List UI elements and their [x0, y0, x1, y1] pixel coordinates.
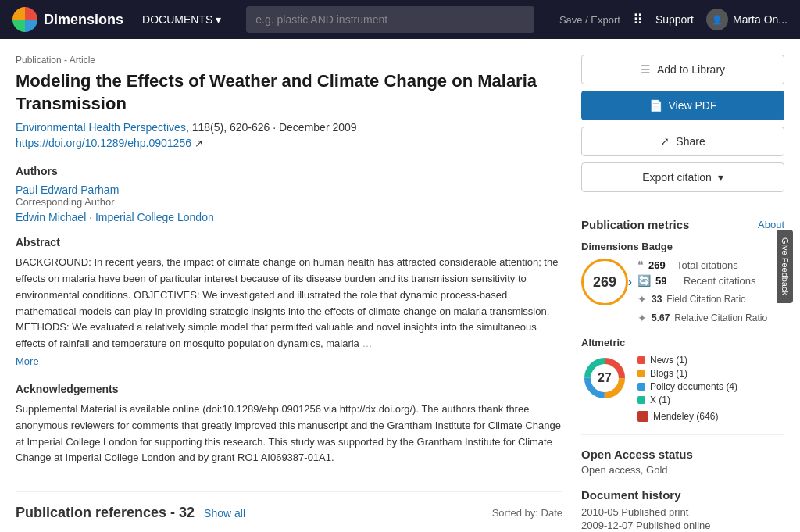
altmetric-donut-num: 27 — [598, 371, 612, 385]
quote-icon: ❝ — [638, 259, 644, 271]
dimensions-badge-section: Dimensions Badge 269 › ❝ 269 Total citat… — [581, 241, 784, 324]
header: Dimensions DOCUMENTS ▾ Save / Export ⠿ S… — [0, 0, 800, 39]
policy-color-dot — [638, 383, 645, 391]
avatar: 👤 — [706, 9, 728, 30]
journal-meta-text: , 118(5), 620-626 · December 2009 — [186, 121, 357, 134]
badge-row: 269 › ❝ 269 Total citations 🔄 59 Recent … — [581, 259, 784, 324]
mendeley-icon — [638, 411, 648, 422]
abstract-section: Abstract BACKGROUND: In recent years, th… — [16, 236, 562, 367]
doi-link[interactable]: https://doi.org/10.1289/ehp.0901256 — [16, 137, 191, 149]
altmetric-details: News (1) Blogs (1) Policy documents (4) … — [638, 355, 738, 422]
badge-number: 269 — [593, 274, 616, 291]
pdf-sidebar-icon: 📄 — [649, 99, 662, 112]
dimensions-badge-label: Dimensions Badge — [581, 241, 784, 252]
view-pdf-label: View PDF — [669, 99, 717, 112]
content-area: Publication - Article Modeling the Effec… — [16, 55, 562, 532]
field-icon: ✦ — [638, 293, 647, 305]
ack-label: Acknowledgements — [16, 383, 562, 395]
chevron-down-icon: ▾ — [718, 171, 723, 184]
sidebar-divider — [581, 205, 784, 205]
user-area[interactable]: 👤 Marta On... — [706, 9, 788, 30]
author-affil-link-1[interactable]: Imperial College London — [95, 211, 214, 223]
logo-area: Dimensions — [12, 7, 123, 32]
share-button[interactable]: ⤢ Share — [581, 127, 784, 156]
doc-history-item-0: 2010-05 Published print — [581, 506, 784, 518]
altmetric-donut: 27 — [581, 355, 628, 402]
feedback-tab[interactable]: Give Feedback — [777, 230, 793, 303]
add-to-library-sidebar-button[interactable]: ☰ Add to Library — [581, 55, 784, 84]
relative-icon: ✦ — [638, 312, 647, 324]
recent-citations-num: 59 — [655, 275, 679, 287]
journal-link[interactable]: Environmental Health Perspectives — [16, 121, 186, 134]
altmetric-item-label-0: News (1) — [650, 355, 688, 366]
show-all-link[interactable]: Show all — [204, 507, 245, 520]
dimensions-badge-circle: 269 › — [581, 259, 628, 305]
relative-ratio-row: ✦ 5.67 Relative Citation Ratio — [638, 312, 767, 324]
abstract-text: BACKGROUND: In recent years, the impact … — [16, 255, 562, 352]
main-container: Publication - Article Modeling the Effec… — [0, 39, 800, 532]
share-label: Share — [676, 135, 705, 148]
open-access-section: Open Access status Open access, Gold — [581, 448, 784, 476]
header-nav[interactable]: DOCUMENTS ▾ — [142, 13, 221, 26]
metrics-header: Publication metrics About — [581, 218, 784, 231]
field-ratio-num: 33 — [652, 294, 662, 305]
header-search[interactable] — [246, 6, 534, 33]
acknowledgements-section: Acknowledgements Supplemental Material i… — [16, 383, 562, 466]
export-citation-button[interactable]: Export citation ▾ — [581, 162, 784, 192]
recent-citations-label: Recent citations — [684, 275, 756, 287]
search-input[interactable] — [246, 6, 534, 33]
authors-section: Authors Paul Edward Parham Corresponding… — [16, 165, 562, 223]
ack-text: Supplemental Material is available onlin… — [16, 402, 562, 466]
abstract-label: Abstract — [16, 236, 562, 248]
refs-title: Publication references - 32 — [16, 505, 195, 521]
field-ratio-label: Field Citation Ratio — [666, 294, 745, 305]
logo-text: Dimensions — [44, 12, 123, 28]
support-link[interactable]: Support — [655, 13, 694, 26]
total-citations-label: Total citations — [677, 259, 738, 271]
doc-history-item-1: 2009-12-07 Published online — [581, 520, 784, 531]
x-color-dot — [638, 396, 645, 404]
altmetric-item-1: Blogs (1) — [638, 368, 738, 379]
altmetric-item-label-2: Policy documents (4) — [650, 381, 738, 392]
sidebar: ☰ Add to Library 📄 View PDF ⤢ Share Expo… — [581, 55, 784, 532]
nav-chevron-icon: ▾ — [216, 13, 221, 26]
add-lib-sidebar-icon: ☰ — [641, 63, 651, 76]
altmetric-item-0: News (1) — [638, 355, 738, 366]
badge-arrow-icon: › — [628, 275, 632, 289]
authors-label: Authors — [16, 165, 562, 177]
export-label: Export citation — [642, 171, 712, 184]
refs-title-area: Publication references - 32 Show all — [16, 505, 245, 521]
dimensions-logo-icon — [12, 7, 38, 32]
altmetric-item-label-1: Blogs (1) — [650, 368, 688, 379]
save-export-link[interactable]: Save / Export — [559, 14, 620, 26]
abstract-faded: … — [362, 337, 372, 349]
relative-ratio-num: 5.67 — [652, 312, 670, 323]
field-ratio-row: ✦ 33 Field Citation Ratio — [638, 293, 767, 305]
total-citations-row: ❝ 269 Total citations — [638, 259, 767, 271]
doc-history-title: Document history — [581, 488, 784, 502]
metrics-divider — [581, 434, 784, 435]
share-icon: ⤢ — [660, 135, 670, 148]
citation-stats: ❝ 269 Total citations 🔄 59 Recent citati… — [638, 259, 767, 324]
documents-nav-label[interactable]: DOCUMENTS — [142, 13, 212, 26]
grid-icon[interactable]: ⠿ — [633, 11, 643, 28]
relative-ratio-label: Relative Citation Ratio — [674, 312, 767, 323]
publication-type: Publication - Article — [16, 55, 562, 66]
altmetric-item-label-3: X (1) — [650, 395, 670, 405]
oa-value: Open access, Gold — [581, 464, 784, 476]
author-1: Edwin Michael · Imperial College London — [16, 211, 562, 223]
header-right: Save / Export ⠿ Support 👤 Marta On... — [559, 9, 788, 30]
about-link[interactable]: About — [758, 219, 784, 230]
author-link-1[interactable]: Edwin Michael — [16, 211, 86, 223]
more-link[interactable]: More — [16, 355, 562, 367]
author-link-0[interactable]: Paul Edward Parham — [16, 184, 119, 196]
altmetric-section-label: Altmetric — [581, 337, 784, 348]
user-name: Marta On... — [733, 13, 788, 26]
sorted-label: Sorted by: Date — [492, 507, 562, 519]
publication-title: Modeling the Effects of Weather and Clim… — [16, 70, 562, 115]
total-citations-num: 269 — [648, 259, 672, 271]
view-pdf-button[interactable]: 📄 View PDF — [581, 91, 784, 120]
publication-doi: https://doi.org/10.1289/ehp.0901256 ↗ — [16, 137, 562, 149]
author-0: Paul Edward Parham — [16, 184, 562, 196]
publication-journal-meta: Environmental Health Perspectives, 118(5… — [16, 121, 562, 134]
